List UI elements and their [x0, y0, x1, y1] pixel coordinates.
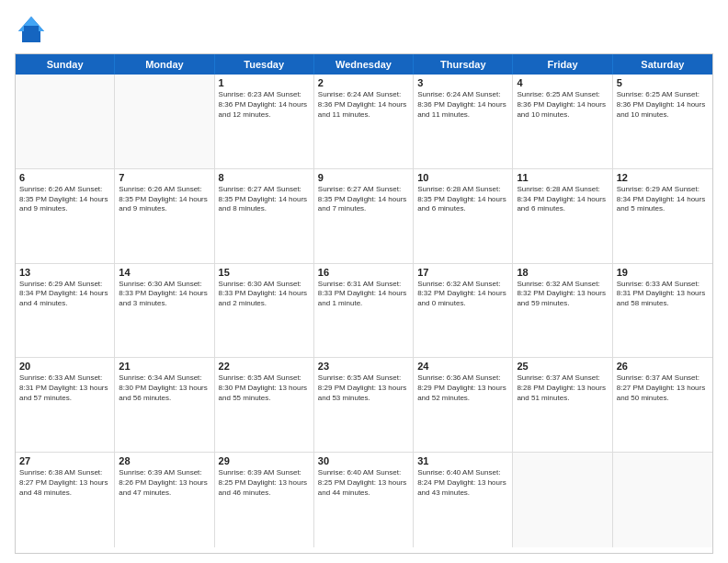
day-detail: Sunrise: 6:33 AM Sunset: 8:31 PM Dayligh…	[19, 373, 110, 403]
week-row-2: 6Sunrise: 6:26 AM Sunset: 8:35 PM Daylig…	[16, 169, 712, 264]
day-cell-17: 17Sunrise: 6:32 AM Sunset: 8:32 PM Dayli…	[414, 264, 513, 358]
day-number: 20	[19, 361, 110, 372]
day-detail: Sunrise: 6:24 AM Sunset: 8:36 PM Dayligh…	[318, 90, 409, 120]
day-cell-14: 14Sunrise: 6:30 AM Sunset: 8:33 PM Dayli…	[115, 264, 214, 358]
day-cell-26: 26Sunrise: 6:37 AM Sunset: 8:27 PM Dayli…	[613, 358, 712, 452]
day-detail: Sunrise: 6:26 AM Sunset: 8:35 PM Dayligh…	[119, 185, 210, 214]
day-detail: Sunrise: 6:34 AM Sunset: 8:30 PM Dayligh…	[119, 373, 210, 403]
day-detail: Sunrise: 6:27 AM Sunset: 8:35 PM Dayligh…	[318, 185, 409, 214]
day-detail: Sunrise: 6:38 AM Sunset: 8:27 PM Dayligh…	[19, 468, 110, 498]
day-number: 6	[19, 172, 110, 183]
day-number: 10	[417, 172, 508, 183]
day-cell-27: 27Sunrise: 6:38 AM Sunset: 8:27 PM Dayli…	[16, 453, 115, 547]
day-number: 15	[219, 267, 310, 278]
day-number: 27	[19, 455, 110, 466]
day-detail: Sunrise: 6:28 AM Sunset: 8:34 PM Dayligh…	[517, 185, 608, 214]
day-cell-31: 31Sunrise: 6:40 AM Sunset: 8:24 PM Dayli…	[414, 453, 513, 547]
day-cell-1: 1Sunrise: 6:23 AM Sunset: 8:36 PM Daylig…	[215, 75, 314, 168]
day-number: 14	[119, 267, 210, 278]
day-cell-empty	[613, 453, 712, 547]
day-cell-empty	[513, 453, 612, 547]
day-number: 30	[318, 455, 409, 466]
day-detail: Sunrise: 6:36 AM Sunset: 8:29 PM Dayligh…	[417, 373, 508, 403]
day-detail: Sunrise: 6:37 AM Sunset: 8:27 PM Dayligh…	[617, 373, 709, 403]
day-detail: Sunrise: 6:25 AM Sunset: 8:36 PM Dayligh…	[517, 90, 608, 120]
day-cell-empty	[16, 75, 115, 168]
day-detail: Sunrise: 6:31 AM Sunset: 8:33 PM Dayligh…	[318, 280, 409, 309]
day-detail: Sunrise: 6:27 AM Sunset: 8:35 PM Dayligh…	[219, 185, 310, 214]
day-number: 22	[219, 361, 310, 372]
day-cell-5: 5Sunrise: 6:25 AM Sunset: 8:36 PM Daylig…	[613, 75, 712, 168]
day-cell-24: 24Sunrise: 6:36 AM Sunset: 8:29 PM Dayli…	[414, 358, 513, 452]
calendar: SundayMondayTuesdayWednesdayThursdayFrid…	[15, 53, 713, 554]
day-detail: Sunrise: 6:29 AM Sunset: 8:34 PM Dayligh…	[19, 280, 110, 309]
day-detail: Sunrise: 6:35 AM Sunset: 8:29 PM Dayligh…	[318, 373, 409, 403]
day-cell-7: 7Sunrise: 6:26 AM Sunset: 8:35 PM Daylig…	[115, 169, 214, 263]
day-cell-6: 6Sunrise: 6:26 AM Sunset: 8:35 PM Daylig…	[16, 169, 115, 263]
day-cell-19: 19Sunrise: 6:33 AM Sunset: 8:31 PM Dayli…	[613, 264, 712, 358]
day-cell-22: 22Sunrise: 6:35 AM Sunset: 8:30 PM Dayli…	[215, 358, 314, 452]
day-cell-empty	[115, 75, 214, 168]
day-detail: Sunrise: 6:28 AM Sunset: 8:35 PM Dayligh…	[417, 185, 508, 214]
day-number: 21	[119, 361, 210, 372]
day-number: 31	[417, 455, 508, 466]
day-number: 9	[318, 172, 409, 183]
day-number: 11	[517, 172, 608, 183]
day-cell-20: 20Sunrise: 6:33 AM Sunset: 8:31 PM Dayli…	[16, 358, 115, 452]
day-number: 28	[119, 455, 210, 466]
header-day-wednesday: Wednesday	[314, 54, 414, 75]
day-number: 3	[417, 77, 508, 88]
day-number: 2	[318, 77, 409, 88]
header	[15, 13, 713, 46]
day-cell-25: 25Sunrise: 6:37 AM Sunset: 8:28 PM Dayli…	[513, 358, 612, 452]
day-detail: Sunrise: 6:30 AM Sunset: 8:33 PM Dayligh…	[219, 280, 310, 309]
week-row-5: 27Sunrise: 6:38 AM Sunset: 8:27 PM Dayli…	[16, 453, 712, 547]
day-detail: Sunrise: 6:24 AM Sunset: 8:36 PM Dayligh…	[417, 90, 508, 120]
day-number: 19	[617, 267, 709, 278]
day-number: 25	[517, 361, 608, 372]
day-detail: Sunrise: 6:32 AM Sunset: 8:32 PM Dayligh…	[517, 280, 608, 309]
day-cell-8: 8Sunrise: 6:27 AM Sunset: 8:35 PM Daylig…	[215, 169, 314, 263]
header-day-monday: Monday	[115, 54, 214, 75]
day-cell-12: 12Sunrise: 6:29 AM Sunset: 8:34 PM Dayli…	[613, 169, 712, 263]
day-cell-3: 3Sunrise: 6:24 AM Sunset: 8:36 PM Daylig…	[414, 75, 513, 168]
calendar-header: SundayMondayTuesdayWednesdayThursdayFrid…	[16, 54, 712, 75]
week-row-3: 13Sunrise: 6:29 AM Sunset: 8:34 PM Dayli…	[16, 264, 712, 359]
day-number: 13	[19, 267, 110, 278]
day-detail: Sunrise: 6:30 AM Sunset: 8:33 PM Dayligh…	[119, 280, 210, 309]
day-cell-23: 23Sunrise: 6:35 AM Sunset: 8:29 PM Dayli…	[314, 358, 414, 452]
header-day-sunday: Sunday	[16, 54, 115, 75]
day-number: 17	[417, 267, 508, 278]
day-number: 16	[318, 267, 409, 278]
header-day-thursday: Thursday	[414, 54, 513, 75]
day-detail: Sunrise: 6:40 AM Sunset: 8:25 PM Dayligh…	[318, 468, 409, 498]
day-detail: Sunrise: 6:25 AM Sunset: 8:36 PM Dayligh…	[617, 90, 709, 120]
day-number: 24	[417, 361, 508, 372]
day-detail: Sunrise: 6:39 AM Sunset: 8:25 PM Dayligh…	[219, 468, 310, 498]
day-number: 26	[617, 361, 709, 372]
day-cell-18: 18Sunrise: 6:32 AM Sunset: 8:32 PM Dayli…	[513, 264, 612, 358]
day-cell-15: 15Sunrise: 6:30 AM Sunset: 8:33 PM Dayli…	[215, 264, 314, 358]
day-cell-10: 10Sunrise: 6:28 AM Sunset: 8:35 PM Dayli…	[414, 169, 513, 263]
day-detail: Sunrise: 6:39 AM Sunset: 8:26 PM Dayligh…	[119, 468, 210, 498]
header-day-tuesday: Tuesday	[215, 54, 314, 75]
day-detail: Sunrise: 6:26 AM Sunset: 8:35 PM Dayligh…	[19, 185, 110, 214]
day-detail: Sunrise: 6:23 AM Sunset: 8:36 PM Dayligh…	[219, 90, 310, 120]
day-cell-29: 29Sunrise: 6:39 AM Sunset: 8:25 PM Dayli…	[215, 453, 314, 547]
day-cell-4: 4Sunrise: 6:25 AM Sunset: 8:36 PM Daylig…	[513, 75, 612, 168]
day-number: 18	[517, 267, 608, 278]
day-cell-16: 16Sunrise: 6:31 AM Sunset: 8:33 PM Dayli…	[314, 264, 414, 358]
day-cell-28: 28Sunrise: 6:39 AM Sunset: 8:26 PM Dayli…	[115, 453, 214, 547]
week-row-1: 1Sunrise: 6:23 AM Sunset: 8:36 PM Daylig…	[16, 75, 712, 169]
day-detail: Sunrise: 6:37 AM Sunset: 8:28 PM Dayligh…	[517, 373, 608, 403]
day-cell-13: 13Sunrise: 6:29 AM Sunset: 8:34 PM Dayli…	[16, 264, 115, 358]
day-detail: Sunrise: 6:29 AM Sunset: 8:34 PM Dayligh…	[617, 185, 709, 214]
day-cell-9: 9Sunrise: 6:27 AM Sunset: 8:35 PM Daylig…	[314, 169, 414, 263]
day-cell-2: 2Sunrise: 6:24 AM Sunset: 8:36 PM Daylig…	[314, 75, 414, 168]
day-number: 1	[219, 77, 310, 88]
day-number: 5	[617, 77, 709, 88]
day-number: 12	[617, 172, 709, 183]
day-cell-30: 30Sunrise: 6:40 AM Sunset: 8:25 PM Dayli…	[314, 453, 414, 547]
day-cell-11: 11Sunrise: 6:28 AM Sunset: 8:34 PM Dayli…	[513, 169, 612, 263]
day-detail: Sunrise: 6:33 AM Sunset: 8:31 PM Dayligh…	[617, 280, 709, 309]
